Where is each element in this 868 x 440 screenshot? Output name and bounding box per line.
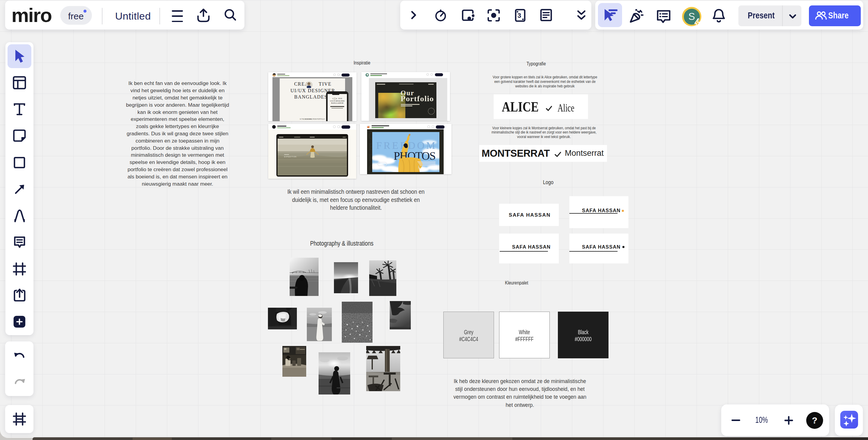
svg-text:3: 3 — [518, 12, 521, 19]
svg-text:EXPEDITION: EXPEDITION — [284, 156, 297, 158]
